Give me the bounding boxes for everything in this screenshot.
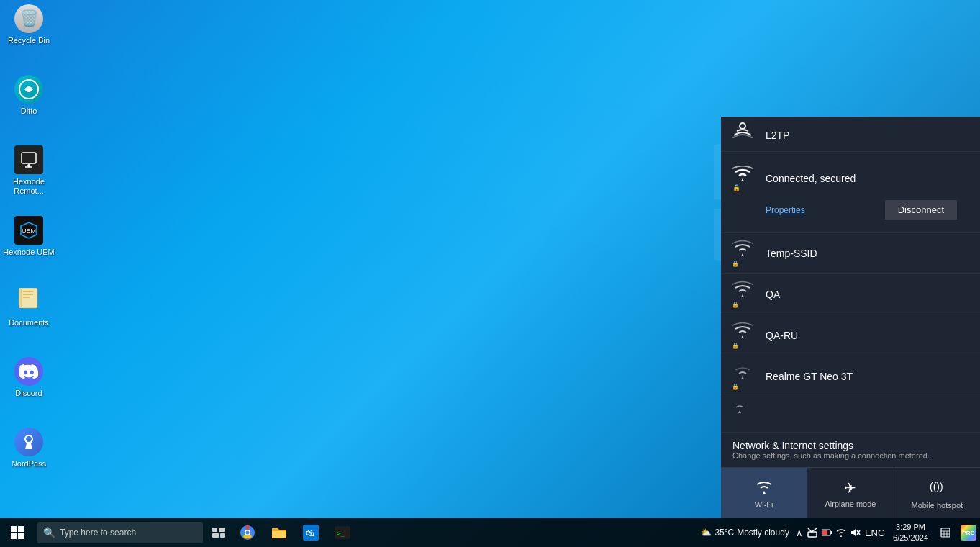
desktop: 🗑️ Recycle Bin Ditto — [0, 0, 980, 547]
temp-ssid-lock-icon: 🔒 — [731, 259, 740, 268]
search-icon: 🔍 — [43, 527, 55, 538]
svg-text:UEM: UEM — [22, 227, 36, 235]
qa-info: QA — [766, 289, 968, 300]
temp-ssid-info: Temp-SSID — [766, 248, 968, 259]
tray-chevron[interactable]: ∧ — [794, 518, 805, 547]
clock[interactable]: 3:29 PM 6/25/2024 — [887, 518, 934, 547]
store-taskbar-app[interactable]: 🛍 — [295, 518, 327, 547]
documents-label: Documents — [9, 318, 49, 327]
nordpass-icon[interactable]: NordPass — [0, 425, 58, 471]
taskbar-right: ⛅ 35°C Mostly cloudy ∧ — [697, 518, 980, 547]
discord-graphic — [14, 357, 43, 386]
realme-lock-icon: 🔒 — [731, 382, 740, 391]
airplane-icon: ✈ — [844, 479, 856, 497]
tray-language[interactable]: ENG — [863, 518, 887, 547]
discord-icon[interactable]: Discord — [0, 354, 58, 401]
qa-ru-item[interactable]: 🔒 QA-RU — [721, 315, 980, 356]
realme-item[interactable]: 🔒 Realme GT Neo 3T — [721, 356, 980, 397]
connected-network-name: Connected, secured — [766, 173, 968, 184]
svg-rect-15 — [11, 526, 17, 532]
search-bar[interactable]: 🔍 Type here to search — [37, 522, 203, 543]
nordpass-graphic — [14, 428, 43, 456]
notification-center-button[interactable] — [934, 518, 957, 547]
network-settings-desc: Change settings, such as making a connec… — [732, 451, 968, 460]
svg-rect-22 — [220, 533, 225, 538]
ditto-icon[interactable]: Ditto — [0, 72, 58, 119]
l2tp-icon-wrap — [732, 122, 758, 148]
taskbar: 🔍 Type here to search — [0, 518, 980, 547]
svg-rect-35 — [822, 530, 827, 535]
mobile-hotspot-label: Mobile hotspot — [912, 501, 963, 510]
wifi-toggle[interactable]: Wi-Fi — [721, 468, 807, 518]
wifi-icon — [756, 479, 773, 497]
search-placeholder: Type here to search — [60, 528, 136, 538]
svg-rect-10 — [23, 291, 33, 292]
hotspot-icon: (()) — [928, 479, 945, 498]
svg-rect-16 — [18, 526, 24, 532]
connected-network-info: Connected, secured — [766, 173, 968, 184]
hexnode-remote-image — [14, 145, 43, 174]
documents-icon[interactable]: Documents — [0, 284, 58, 330]
svg-text:(()): (()) — [930, 481, 943, 492]
start-button[interactable] — [0, 518, 35, 547]
properties-link[interactable]: Properties — [766, 205, 805, 215]
svg-text:🛍: 🛍 — [305, 528, 314, 538]
recycle-bin-label: Recycle Bin — [8, 36, 50, 45]
qa-ru-info: QA-RU — [766, 330, 968, 341]
more-icon — [732, 402, 758, 428]
weather-widget[interactable]: ⛅ 35°C Mostly cloudy — [697, 518, 794, 547]
l2tp-network-item[interactable]: L2TP — [721, 117, 980, 152]
disconnect-button[interactable]: Disconnect — [885, 200, 957, 220]
terminal-taskbar-app[interactable]: >_ — [327, 518, 358, 547]
hexnode-uem-label: Hexnode UEM — [3, 248, 55, 257]
recycle-bin-graphic: 🗑️ — [14, 4, 43, 33]
nordpass-image — [14, 428, 43, 456]
hexnode-uem-graphic: UEM — [14, 216, 43, 245]
svg-rect-11 — [23, 294, 33, 295]
tray-notifications[interactable] — [805, 518, 820, 547]
ditto-image — [14, 75, 43, 104]
realme-icon: 🔒 — [732, 363, 758, 389]
connected-lock-icon: 🔒 — [731, 183, 741, 193]
connected-icon-wrap: 🔒 — [732, 166, 758, 191]
discord-label: Discord — [15, 389, 42, 398]
color-badge-text: PRO — [962, 530, 974, 536]
tray-network[interactable] — [834, 518, 848, 547]
hexnode-remote-icon[interactable]: Hexnode Remot... — [0, 143, 58, 199]
hexnode-uem-image: UEM — [14, 216, 43, 245]
network-panel: L2TP 🔒 Connected, secured — [721, 117, 980, 518]
ditto-label: Ditto — [21, 107, 37, 116]
hexnode-uem-icon[interactable]: UEM Hexnode UEM — [0, 213, 58, 260]
airplane-mode-toggle[interactable]: ✈ Airplane mode — [807, 468, 894, 518]
qa-item[interactable]: 🔒 QA — [721, 274, 980, 315]
svg-rect-19 — [212, 528, 217, 532]
connected-network-item[interactable]: 🔒 Connected, secured Properties Disconne… — [721, 158, 980, 233]
svg-point-13 — [740, 123, 745, 129]
svg-point-27 — [246, 531, 250, 535]
temperature: 35°C — [714, 528, 734, 538]
qa-ru-icon: 🔒 — [732, 322, 758, 348]
temp-ssid-item[interactable]: 🔒 Temp-SSID — [721, 233, 980, 274]
divider-1 — [721, 155, 980, 155]
qa-icon: 🔒 — [732, 281, 758, 307]
svg-text:>_: >_ — [337, 530, 345, 537]
more-networks-item[interactable] — [721, 397, 980, 433]
tray-battery[interactable] — [820, 518, 834, 547]
svg-rect-34 — [830, 531, 832, 534]
task-view-button[interactable] — [206, 518, 232, 547]
connected-top-row: 🔒 Connected, secured — [732, 166, 968, 191]
svg-rect-38 — [941, 528, 950, 537]
color-badge[interactable]: PRO — [957, 518, 980, 547]
mobile-hotspot-toggle[interactable]: (()) Mobile hotspot — [894, 468, 980, 518]
network-settings-section[interactable]: Network & Internet settings Change setti… — [721, 433, 980, 467]
tray-volume-mute[interactable] — [848, 518, 863, 547]
ditto-graphic — [14, 75, 43, 104]
chrome-taskbar-app[interactable] — [232, 518, 263, 547]
recycle-bin-icon[interactable]: 🗑️ Recycle Bin — [0, 1, 58, 48]
svg-rect-20 — [219, 528, 225, 532]
explorer-taskbar-app[interactable] — [263, 518, 295, 547]
wifi-label: Wi-Fi — [755, 500, 773, 509]
hexnode-remote-label: Hexnode Remot... — [3, 177, 55, 196]
svg-rect-32 — [808, 532, 817, 537]
clock-time: 3:29 PM — [896, 522, 925, 533]
